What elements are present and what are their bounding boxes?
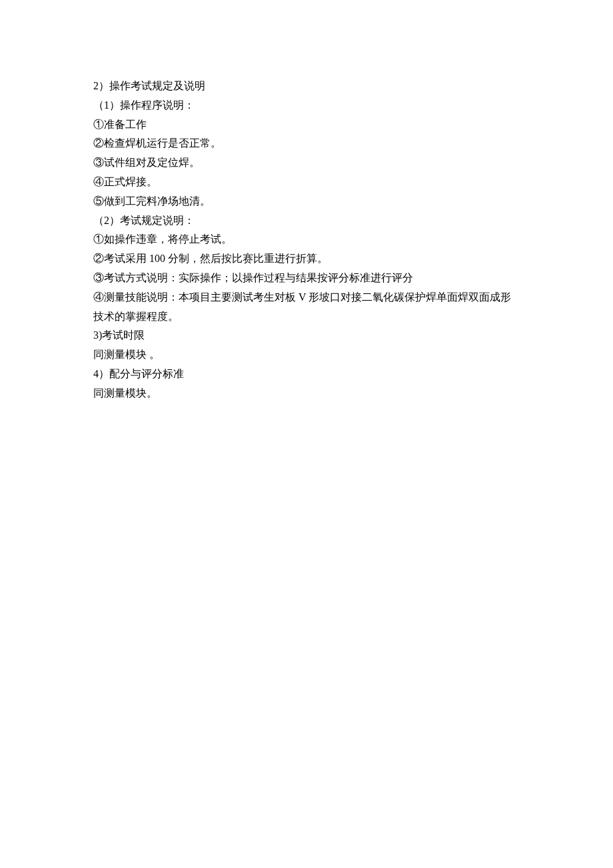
text-line: ①准备工作 bbox=[93, 115, 520, 135]
text-line: ⑤做到工完料净场地清。 bbox=[93, 192, 520, 211]
text-line: 3)考试时限 bbox=[93, 326, 520, 345]
text-line: ④正式焊接。 bbox=[93, 173, 520, 192]
document-page: 2）操作考试规定及说明 （1）操作程序说明： ①准备工作 ②检查焊机运行是否正常… bbox=[0, 0, 613, 403]
text-line: ③考试方式说明：实际操作；以操作过程与结果按评分标准进行评分 bbox=[93, 269, 520, 288]
text-line: ②检查焊机运行是否正常。 bbox=[93, 134, 520, 153]
text-line: （1）操作程序说明： bbox=[93, 96, 520, 115]
text-line: 2）操作考试规定及说明 bbox=[93, 77, 520, 96]
text-line: 同测量模块 。 bbox=[93, 345, 520, 365]
text-line: ②考试采用 100 分制，然后按比赛比重进行折算。 bbox=[93, 249, 520, 269]
text-line: 4）配分与评分标准 bbox=[93, 365, 520, 384]
text-line: （2）考试规定说明： bbox=[93, 211, 520, 231]
text-line: ①如操作违章，将停止考试。 bbox=[93, 230, 520, 249]
text-line: 同测量模块。 bbox=[93, 384, 520, 403]
text-line: ③试件组对及定位焊。 bbox=[93, 153, 520, 173]
text-line: ④测量技能说明：本项目主要测试考生对板 V 形坡口对接二氧化碳保护焊单面焊双面成… bbox=[93, 288, 520, 327]
